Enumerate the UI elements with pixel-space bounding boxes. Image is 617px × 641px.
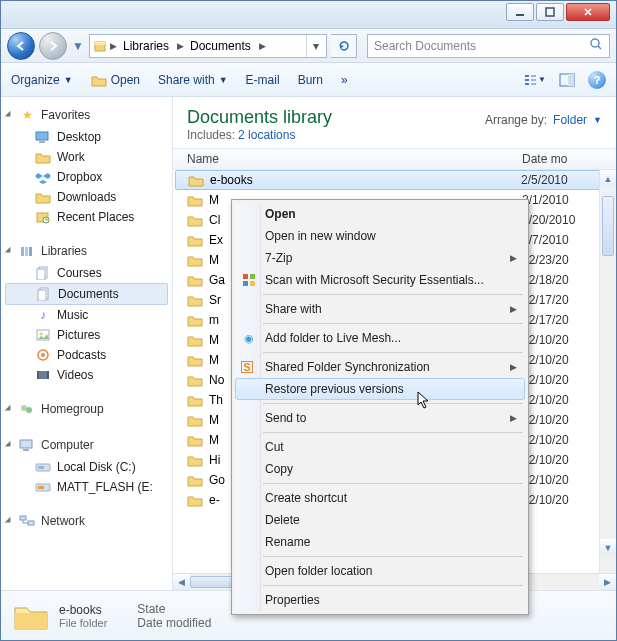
- svg-rect-9: [531, 79, 536, 81]
- share-with-menu[interactable]: Share with ▼: [158, 73, 228, 87]
- ctx-create-shortcut[interactable]: Create shortcut: [235, 487, 525, 509]
- file-row[interactable]: e-books2/5/2010: [175, 170, 614, 190]
- locations-link[interactable]: 2 locations: [238, 128, 295, 142]
- folder-icon: [187, 432, 203, 448]
- ctx-open-folder-location[interactable]: Open folder location: [235, 560, 525, 582]
- podcast-icon: [35, 347, 51, 363]
- svg-rect-40: [28, 521, 34, 525]
- column-date[interactable]: Date mo: [522, 152, 602, 166]
- search-input[interactable]: Search Documents: [367, 34, 610, 58]
- nav-computer-header[interactable]: Computer: [1, 435, 172, 457]
- ctx-cut[interactable]: Cut: [235, 436, 525, 458]
- ctx-copy[interactable]: Copy: [235, 458, 525, 480]
- nav-desktop[interactable]: Desktop: [1, 127, 172, 147]
- scroll-thumb[interactable]: [602, 196, 614, 256]
- svg-rect-38: [38, 486, 44, 489]
- pictures-icon: [35, 327, 51, 343]
- details-state-label: State: [137, 602, 165, 616]
- folder-icon: [187, 232, 203, 248]
- column-name[interactable]: Name: [187, 152, 522, 166]
- details-date-label: Date modified: [137, 616, 211, 630]
- overflow-chevrons[interactable]: »: [341, 73, 348, 87]
- burn-button[interactable]: Burn: [298, 73, 323, 87]
- nav-music[interactable]: ♪Music: [1, 305, 172, 325]
- arrange-by[interactable]: Arrange by: Folder ▼: [485, 107, 602, 127]
- nav-libraries-header[interactable]: Libraries: [1, 241, 172, 263]
- help-button[interactable]: ?: [588, 71, 606, 89]
- open-button[interactable]: Open: [91, 72, 140, 88]
- scroll-up-button[interactable]: ▲: [600, 170, 616, 187]
- mse-icon: [241, 272, 257, 288]
- ctx-live-mesh[interactable]: ◉Add folder to Live Mesh...: [235, 327, 525, 349]
- ctx-properties[interactable]: Properties: [235, 589, 525, 611]
- nav-dropbox[interactable]: Dropbox: [1, 167, 172, 187]
- back-button[interactable]: [7, 32, 35, 60]
- nav-videos[interactable]: Videos: [1, 365, 172, 385]
- folder-icon: [187, 372, 203, 388]
- ctx-share-with[interactable]: Share with▶: [235, 298, 525, 320]
- maximize-button[interactable]: [536, 3, 564, 21]
- folder-icon: [188, 172, 204, 188]
- scroll-right-button[interactable]: ▶: [599, 574, 616, 590]
- livemesh-icon: ◉: [241, 330, 257, 346]
- svg-rect-18: [25, 247, 28, 256]
- nav-local-disk[interactable]: Local Disk (C:): [1, 457, 172, 477]
- column-headers[interactable]: Name Date mo: [173, 148, 616, 170]
- file-date: 12/23/20: [522, 253, 602, 267]
- vertical-scrollbar[interactable]: ▲ ▼: [599, 170, 616, 573]
- view-mode-button[interactable]: ▼: [524, 69, 546, 91]
- ctx-7zip[interactable]: 7-Zip▶: [235, 247, 525, 269]
- command-bar: Organize ▼ Open Share with ▼ E-mail Burn…: [1, 63, 616, 97]
- nav-documents[interactable]: Documents: [5, 283, 168, 305]
- ctx-shared-folder-sync[interactable]: SShared Folder Synchronization▶: [235, 356, 525, 378]
- svg-rect-21: [37, 269, 45, 280]
- nav-work[interactable]: Work: [1, 147, 172, 167]
- file-date: 12/10/20: [522, 393, 602, 407]
- search-placeholder: Search Documents: [374, 39, 476, 53]
- chevron-right-icon[interactable]: ▶: [108, 41, 119, 51]
- svg-rect-19: [29, 247, 32, 256]
- minimize-button[interactable]: [506, 3, 534, 21]
- svg-rect-7: [525, 83, 529, 85]
- nav-bar: ▼ ▶ Libraries ▶ Documents ▶ ▾ Search Doc…: [1, 29, 616, 63]
- ctx-open[interactable]: Open: [235, 203, 525, 225]
- file-date: 12/17/20: [522, 293, 602, 307]
- ctx-rename[interactable]: Rename: [235, 531, 525, 553]
- nav-downloads[interactable]: Downloads: [1, 187, 172, 207]
- forward-button[interactable]: [39, 32, 67, 60]
- folder-icon: [187, 312, 203, 328]
- dropbox-icon: [35, 169, 51, 185]
- preview-pane-button[interactable]: [556, 69, 578, 91]
- file-date: 12/17/20: [522, 313, 602, 327]
- nav-network-header[interactable]: Network: [1, 511, 172, 533]
- ctx-send-to[interactable]: Send to▶: [235, 407, 525, 429]
- nav-pictures[interactable]: Pictures: [1, 325, 172, 345]
- close-button[interactable]: [566, 3, 610, 21]
- nav-courses[interactable]: Courses: [1, 263, 172, 283]
- ctx-delete[interactable]: Delete: [235, 509, 525, 531]
- folder-icon: [187, 292, 203, 308]
- nav-homegroup-header[interactable]: Homegroup: [1, 399, 172, 421]
- chevron-right-icon[interactable]: ▶: [257, 41, 268, 51]
- desktop-icon: [35, 129, 51, 145]
- ctx-open-new-window[interactable]: Open in new window: [235, 225, 525, 247]
- recent-icon: [35, 209, 51, 225]
- nav-recent[interactable]: Recent Places: [1, 207, 172, 227]
- ctx-restore-previous[interactable]: Restore previous versions: [235, 378, 525, 400]
- refresh-button[interactable]: [331, 34, 357, 58]
- ctx-scan[interactable]: Scan with Microsoft Security Essentials.…: [235, 269, 525, 291]
- breadcrumb-documents[interactable]: Documents: [186, 35, 257, 57]
- chevron-right-icon[interactable]: ▶: [175, 41, 186, 51]
- breadcrumb-libraries[interactable]: Libraries: [119, 35, 175, 57]
- address-bar[interactable]: ▶ Libraries ▶ Documents ▶ ▾: [89, 34, 327, 58]
- organize-menu[interactable]: Organize ▼: [11, 73, 73, 87]
- nav-flash-drive[interactable]: MATT_FLASH (E:: [1, 477, 172, 497]
- nav-favorites-header[interactable]: ★Favorites: [1, 105, 172, 127]
- scroll-down-button[interactable]: ▼: [600, 539, 616, 556]
- folder-icon: [187, 212, 203, 228]
- history-dropdown[interactable]: ▼: [71, 35, 85, 57]
- scroll-left-button[interactable]: ◀: [173, 574, 190, 590]
- address-dropdown[interactable]: ▾: [306, 35, 324, 57]
- email-button[interactable]: E-mail: [246, 73, 280, 87]
- nav-podcasts[interactable]: Podcasts: [1, 345, 172, 365]
